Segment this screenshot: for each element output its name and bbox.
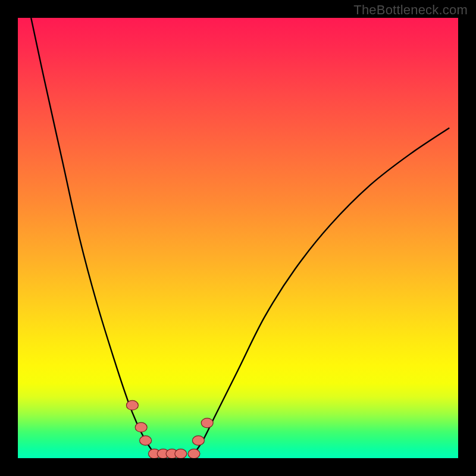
marker-dot <box>140 436 152 445</box>
left-curve <box>31 18 154 454</box>
marker-dot <box>175 449 187 458</box>
marker-dot <box>192 436 204 445</box>
marker-dot <box>188 449 200 458</box>
chart-stage: TheBottleneck.com <box>0 0 476 476</box>
marker-dot <box>135 422 147 432</box>
marker-dot <box>126 400 138 410</box>
watermark-text: TheBottleneck.com <box>353 2 468 18</box>
plot-area <box>18 18 458 458</box>
right-curve <box>194 128 449 454</box>
curves-layer <box>18 18 458 458</box>
marker-dot <box>201 418 213 428</box>
markers-group <box>126 400 213 458</box>
